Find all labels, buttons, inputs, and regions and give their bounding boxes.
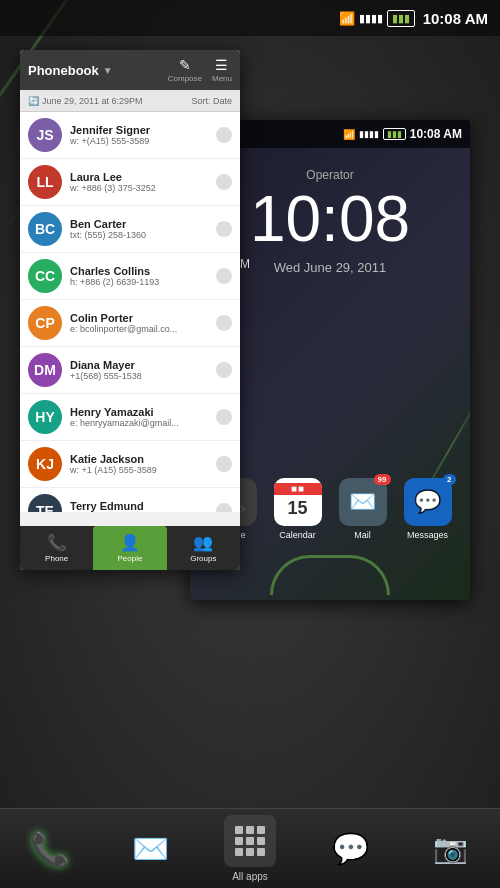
contact-item[interactable]: CP Colin Porter e: bcolinporter@gmail.co… [20, 300, 240, 347]
people-tab-icon: 👤 [120, 533, 140, 552]
contact-info: Terry Edmund w: +1 (A15) 555-3589 [70, 500, 208, 512]
contact-list: JS Jennifer Signer w: +(A15) 555-3589 LL… [20, 112, 240, 512]
main-time: 10:08 AM [423, 10, 488, 27]
compose-icon: ✎ [179, 57, 191, 73]
sort-label[interactable]: Sort: Date [191, 96, 232, 106]
contact-avatar: BC [28, 212, 62, 246]
phonebook-actions: ✎ Compose ☰ Menu [168, 57, 232, 83]
contact-info: Colin Porter e: bcolinporter@gmail.co... [70, 312, 208, 334]
home-app-mail[interactable]: ✉️ 99 Mail [339, 478, 387, 540]
contact-name: Laura Lee [70, 171, 208, 183]
contact-favorite [216, 221, 232, 237]
signal-bars: ▮▮▮▮ [359, 12, 383, 25]
subheader-date: 🔄 June 29, 2011 at 6:29PM [28, 96, 143, 106]
battery-status: ▮▮▮ [387, 10, 415, 27]
dock-allapps[interactable]: All apps [224, 815, 276, 882]
contact-favorite [216, 409, 232, 425]
contact-favorite [216, 362, 232, 378]
mail-label: Mail [354, 530, 371, 540]
home-signal: ▮▮▮▮ [359, 129, 379, 139]
contact-detail: txt: (555) 258-1360 [70, 230, 208, 240]
contact-name: Terry Edmund [70, 500, 208, 512]
dock-phone-icon: 📞 [30, 830, 70, 868]
contact-name: Jennifer Signer [70, 124, 208, 136]
home-app-calendar[interactable]: ◼ ◼ 15 Calendar [274, 478, 322, 540]
contact-favorite [216, 174, 232, 190]
contact-name: Diana Mayer [70, 359, 208, 371]
contact-avatar: LL [28, 165, 62, 199]
contact-item[interactable]: LL Laura Lee w: +886 (3) 375-3252 [20, 159, 240, 206]
contact-item[interactable]: TE Terry Edmund w: +1 (A15) 555-3589 [20, 488, 240, 512]
contact-info: Ben Carter txt: (555) 258-1360 [70, 218, 208, 240]
dock-mail-icon: ✉️ [132, 831, 169, 866]
grid-icon [235, 826, 265, 856]
contact-name: Colin Porter [70, 312, 208, 324]
wifi-icon: 📶 [339, 11, 355, 26]
calendar-label: Calendar [279, 530, 316, 540]
contact-detail: e: henryyamazaki@gmail... [70, 418, 208, 428]
phonebook-title: Phonebook ▼ [28, 63, 113, 78]
allapps-label: All apps [232, 871, 268, 882]
contact-info: Charles Collins h: +886 (2) 6639-1193 [70, 265, 208, 287]
phonebook-tabs: 📞 Phone 👤 People 👥 Groups [20, 526, 240, 570]
menu-button[interactable]: ☰ Menu [212, 57, 232, 83]
contact-avatar: TE [28, 494, 62, 512]
contact-item[interactable]: HY Henry Yamazaki e: henryyamazaki@gmail… [20, 394, 240, 441]
contact-detail: w: +(A15) 555-3589 [70, 136, 208, 146]
contact-avatar: CC [28, 259, 62, 293]
contact-detail: h: +886 (2) 6639-1193 [70, 277, 208, 287]
contact-avatar: CP [28, 306, 62, 340]
dock-messages[interactable]: 💬 [324, 823, 376, 875]
compose-button[interactable]: ✎ Compose [168, 57, 202, 83]
dock-messages-icon-wrap: 💬 [324, 823, 376, 875]
bottom-dock: 📞 ✉️ All apps 💬 📷 [0, 808, 500, 888]
main-status-bar: 📶 ▮▮▮▮ ▮▮▮ 10:08 AM [0, 0, 500, 36]
contact-name: Ben Carter [70, 218, 208, 230]
contact-info: Diana Mayer +1(568) 555-1538 [70, 359, 208, 381]
status-icons: 📶 ▮▮▮▮ ▮▮▮ [339, 10, 415, 27]
contact-avatar: KJ [28, 447, 62, 481]
contact-detail: e: bcolinporter@gmail.co... [70, 324, 208, 334]
dropdown-arrow[interactable]: ▼ [103, 65, 113, 76]
contact-item[interactable]: KJ Katie Jackson w: +1 (A15) 555-3589 [20, 441, 240, 488]
messages-badge: 2 [443, 474, 455, 485]
home-wifi-icon: 📶 [343, 129, 355, 140]
semicircle-shape [270, 555, 390, 595]
contact-info: Katie Jackson w: +1 (A15) 555-3589 [70, 453, 208, 475]
contact-favorite [216, 127, 232, 143]
dock-phone-icon-wrap: 📞 [24, 823, 76, 875]
dock-mail-icon-wrap: ✉️ [124, 823, 176, 875]
contact-name: Katie Jackson [70, 453, 208, 465]
home-app-messages[interactable]: 💬 2 Messages [404, 478, 452, 540]
contact-favorite [216, 456, 232, 472]
contact-name: Henry Yamazaki [70, 406, 208, 418]
dock-camera-icon: 📷 [433, 832, 468, 865]
phone-tab-icon: 📞 [47, 533, 67, 552]
contact-name: Charles Collins [70, 265, 208, 277]
dock-camera-icon-wrap: 📷 [424, 823, 476, 875]
dock-messages-icon: 💬 [332, 831, 369, 866]
tab-phone[interactable]: 📞 Phone [20, 526, 93, 570]
contact-avatar: DM [28, 353, 62, 387]
messages-label: Messages [407, 530, 448, 540]
contact-info: Henry Yamazaki e: henryyamazaki@gmail... [70, 406, 208, 428]
contact-detail: w: +886 (3) 375-3252 [70, 183, 208, 193]
contact-item[interactable]: DM Diana Mayer +1(568) 555-1538 [20, 347, 240, 394]
groups-tab-icon: 👥 [193, 533, 213, 552]
mail-badge: 99 [374, 474, 391, 485]
dock-phone[interactable]: 📞 [24, 823, 76, 875]
dock-mail[interactable]: ✉️ [124, 823, 176, 875]
phonebook-card: Phonebook ▼ ✎ Compose ☰ Menu 🔄 June 29, … [20, 50, 240, 570]
home-battery: ▮▮▮ [383, 128, 406, 140]
tab-groups[interactable]: 👥 Groups [167, 526, 240, 570]
contact-favorite [216, 503, 232, 512]
contact-avatar: HY [28, 400, 62, 434]
contact-item[interactable]: JS Jennifer Signer w: +(A15) 555-3589 [20, 112, 240, 159]
tab-people[interactable]: 👤 People [93, 526, 166, 570]
dock-allapps-icon-wrap [224, 815, 276, 867]
dock-camera[interactable]: 📷 [424, 823, 476, 875]
contact-item[interactable]: CC Charles Collins h: +886 (2) 6639-1193 [20, 253, 240, 300]
phonebook-header: Phonebook ▼ ✎ Compose ☰ Menu [20, 50, 240, 90]
contact-item[interactable]: BC Ben Carter txt: (555) 258-1360 [20, 206, 240, 253]
contact-favorite [216, 268, 232, 284]
